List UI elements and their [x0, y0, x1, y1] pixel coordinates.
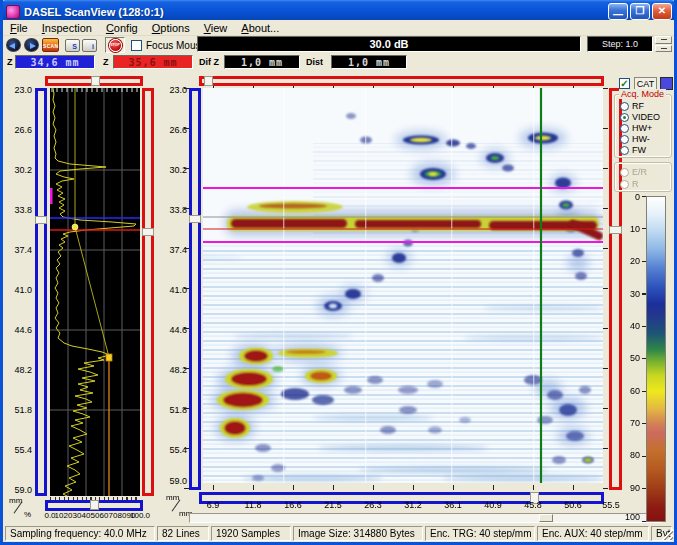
stop-button[interactable]: STOP — [105, 37, 125, 53]
minimize-button[interactable]: — — [608, 3, 628, 20]
step-display: Step: 1.0 — [587, 36, 653, 52]
amplitude-colorbar — [646, 196, 666, 522]
bscan-top-scrollbar-thumb[interactable] — [204, 76, 213, 86]
radio-disabled-icon — [620, 180, 629, 189]
device-i-button[interactable]: i — [82, 37, 97, 53]
bscan-depth-tick: 30.2 — [160, 165, 187, 175]
ascan-depth-tick: 37.4 — [5, 245, 32, 255]
checkbox-unchecked-icon — [131, 40, 142, 51]
ascan-bottom-scrollbar-thumb[interactable] — [90, 500, 99, 510]
cursor-readouts: Z 34,6 mm Z 35,6 mm Dif Z 1,0 mm Dist 1,… — [3, 54, 674, 71]
status-enc-aux: Enc. AUX: 40 step/mm — [537, 526, 649, 541]
maximize-button[interactable]: ❐ — [630, 3, 650, 20]
menu-bar: File Inspection Config Options View Abou… — [3, 20, 674, 36]
spin-down-button[interactable] — [655, 45, 672, 53]
colorbar-tick: 70 — [618, 418, 640, 428]
bscan-depth-tick: 33.8 — [160, 205, 187, 215]
radio-er: E/R — [620, 167, 647, 178]
radio-hw-minus[interactable]: HW- — [620, 134, 650, 145]
radio-hw-plus[interactable]: HW+ — [620, 123, 652, 134]
ascan-right-scrollbar[interactable] — [142, 88, 154, 496]
connect-forward-button[interactable] — [23, 37, 40, 53]
ascan-plot[interactable] — [50, 88, 140, 496]
dist-label: Dist — [306, 57, 323, 67]
bscan-top-scrollbar[interactable] — [199, 76, 604, 86]
z2-value: 35,6 mm — [113, 55, 193, 69]
ascan-left-scrollbar-thumb[interactable] — [35, 216, 47, 224]
app-window: DASEL ScanView (128:0:1) — ❐ ✕ File Insp… — [0, 0, 677, 545]
connect-back-button[interactable] — [5, 37, 22, 53]
radio-rf[interactable]: RF — [620, 101, 644, 112]
bscan-right-ticks — [603, 88, 608, 489]
focus-mouse-checkbox[interactable] — [131, 37, 142, 53]
ascan-percent-tick: 100.0 — [128, 511, 152, 521]
scan-button[interactable]: SCAN — [42, 37, 59, 53]
bscan-scan-tick: 21.5 — [318, 500, 348, 510]
ascan-left-scrollbar[interactable] — [35, 88, 47, 496]
difz-value: 1,0 mm — [224, 55, 300, 69]
stop-icon: STOP — [109, 39, 122, 52]
app-icon — [6, 5, 20, 19]
bscan-scan-tick: 40.9 — [478, 500, 508, 510]
ascan-depth-tick: 48.2 — [5, 365, 32, 375]
status-samples: 1920 Samples — [211, 526, 291, 541]
bscan-scan-tick: 36.1 — [438, 500, 468, 510]
ascan-depth-tick: 33.8 — [5, 205, 32, 215]
close-button[interactable]: ✕ — [652, 3, 672, 20]
device-s-button[interactable]: S — [65, 37, 80, 53]
ascan-depth-tick: 26.6 — [5, 125, 32, 135]
radio-icon — [620, 146, 629, 155]
menu-about[interactable]: About... — [234, 21, 286, 35]
bscan-scan-tick: 50.6 — [558, 500, 588, 510]
colorbar-tick: 20 — [618, 256, 640, 266]
bscan-left-scrollbar-thumb[interactable] — [189, 215, 201, 223]
bscan-left-scrollbar[interactable] — [189, 88, 201, 490]
radio-selected-icon — [620, 113, 629, 122]
bscan-scan-tick: 45.8 — [518, 500, 548, 510]
menu-file[interactable]: File — [3, 21, 35, 35]
colorbar-tick: 80 — [618, 450, 640, 460]
bscan-depth-tick: 55.4 — [160, 445, 187, 455]
ascan-depth-tick: 41.0 — [5, 285, 32, 295]
colorbar-tick: 100 — [618, 512, 640, 522]
spin-up-button[interactable] — [655, 36, 672, 44]
bscan-depth-tick: 51.8 — [160, 405, 187, 415]
ascan-depth-tick: 23.0 — [5, 85, 32, 95]
scan-icon: SCAN — [42, 38, 59, 52]
radio-fw[interactable]: FW — [620, 145, 646, 156]
horizontal-scrollbar-thumb[interactable] — [539, 514, 553, 522]
status-sampling-frequency: Sampling frequency: 40.0 MHz — [5, 526, 155, 541]
toolbar: SCAN S i STOP Focus Mouse 30.0 dB Step: … — [3, 36, 674, 54]
ascan-top-scrollbar-thumb[interactable] — [91, 76, 100, 86]
ascan-right-scrollbar-thumb[interactable] — [142, 228, 154, 236]
bscan-depth-tick: 23.0 — [160, 85, 187, 95]
bscan-depth-tick: 44.6 — [160, 325, 187, 335]
connect-back-icon — [6, 38, 21, 52]
bscan-scan-tick: 6.9 — [198, 500, 228, 510]
radio-r: R — [620, 179, 639, 190]
difz-label: Dif Z — [199, 57, 219, 67]
horizontal-scrollbar[interactable] — [189, 513, 661, 523]
acq-mode-title: Acq. Mode — [619, 89, 666, 99]
device-i-icon: i — [82, 39, 97, 52]
gain-display: 30.0 dB — [197, 36, 581, 52]
z1-value: 34,6 mm — [15, 55, 95, 69]
bscan-scan-tick: 55.5 — [596, 500, 626, 510]
bscan-depth-tick: 37.4 — [160, 245, 187, 255]
resize-grip[interactable] — [661, 528, 673, 540]
radio-disabled-icon — [620, 168, 629, 177]
bscan-image[interactable] — [203, 88, 603, 483]
dist-value: 1,0 mm — [331, 55, 407, 69]
cat-checkbox[interactable]: ✓ — [619, 78, 630, 89]
menu-view[interactable]: View — [197, 21, 235, 35]
menu-inspection[interactable]: Inspection — [35, 21, 99, 35]
menu-options[interactable]: Options — [145, 21, 197, 35]
ascan-depth-tick: 51.8 — [5, 405, 32, 415]
bscan-scan-tick: 31.2 — [398, 500, 428, 510]
radio-video[interactable]: VIDEO — [620, 112, 660, 123]
ascan-top-scrollbar[interactable] — [45, 76, 143, 86]
z2-label: Z — [103, 57, 109, 67]
ascan-bottom-scrollbar[interactable] — [45, 500, 143, 511]
ascan-depth-tick: 44.6 — [5, 325, 32, 335]
menu-config[interactable]: Config — [99, 21, 145, 35]
